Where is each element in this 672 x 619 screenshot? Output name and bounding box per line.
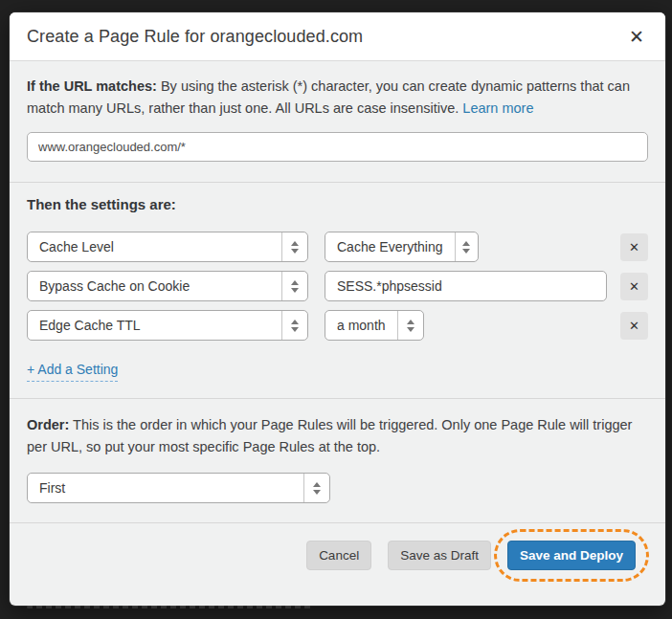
setting-row-cache-level: Cache Level Cache Everything ✕ bbox=[27, 232, 648, 262]
url-pattern-input[interactable] bbox=[27, 132, 648, 162]
stepper-icon bbox=[281, 272, 307, 300]
create-page-rule-modal: Create a Page Rule for orangeclouded.com… bbox=[10, 12, 665, 606]
stepper-icon bbox=[397, 311, 423, 340]
settings-heading: Then the settings are: bbox=[27, 196, 648, 212]
value-select-label: Cache Everything bbox=[325, 232, 455, 261]
setting-row-bypass-cache: Bypass Cache on Cookie ✕ bbox=[27, 271, 648, 301]
save-and-deploy-wrapper: Save and Deploy bbox=[507, 541, 636, 570]
order-text: This is the order in which your Page Rul… bbox=[27, 417, 632, 454]
order-select-label: First bbox=[28, 474, 303, 502]
setting-row-edge-cache-ttl: Edge Cache TTL a month ✕ bbox=[27, 310, 648, 341]
value-select-label: a month bbox=[325, 311, 397, 340]
order-description: Order: This is the order in which your P… bbox=[27, 414, 648, 457]
setting-select-label: Cache Level bbox=[28, 232, 281, 261]
stepper-icon bbox=[281, 311, 307, 340]
remove-setting-button[interactable]: ✕ bbox=[620, 273, 648, 300]
order-section: Order: This is the order in which your P… bbox=[10, 399, 665, 523]
modal-header: Create a Page Rule for orangeclouded.com… bbox=[10, 12, 665, 61]
url-match-description: If the URL matches: By using the asteris… bbox=[27, 76, 648, 119]
setting-select-label: Bypass Cache on Cookie bbox=[28, 272, 281, 300]
setting-select-bypass-cache[interactable]: Bypass Cache on Cookie bbox=[27, 271, 308, 301]
setting-select-cache-level[interactable]: Cache Level bbox=[27, 232, 308, 262]
modal-footer: Cancel Save as Draft Save and Deploy bbox=[10, 523, 665, 586]
learn-more-link[interactable]: Learn more bbox=[462, 100, 533, 116]
background-page-text-fragment bbox=[27, 606, 314, 608]
stepper-icon bbox=[281, 232, 307, 261]
value-select-cache-everything[interactable]: Cache Everything bbox=[325, 232, 479, 262]
setting-select-edge-cache-ttl[interactable]: Edge Cache TTL bbox=[27, 310, 308, 341]
close-icon[interactable]: ✕ bbox=[625, 26, 648, 48]
cancel-button[interactable]: Cancel bbox=[306, 541, 371, 570]
url-match-label: If the URL matches: bbox=[27, 78, 157, 94]
page-title: Create a Page Rule for orangeclouded.com bbox=[27, 27, 363, 47]
remove-setting-button[interactable]: ✕ bbox=[620, 312, 648, 340]
order-label: Order: bbox=[27, 417, 69, 432]
value-select-a-month[interactable]: a month bbox=[325, 310, 424, 341]
add-a-setting-link[interactable]: + Add a Setting bbox=[27, 362, 118, 382]
order-select[interactable]: First bbox=[27, 473, 330, 503]
save-as-draft-button[interactable]: Save as Draft bbox=[388, 541, 491, 570]
remove-setting-button[interactable]: ✕ bbox=[620, 233, 648, 261]
setting-select-label: Edge Cache TTL bbox=[28, 311, 281, 340]
url-match-section: If the URL matches: By using the asteris… bbox=[10, 61, 665, 183]
settings-section: Then the settings are: Cache Level Cache… bbox=[10, 183, 665, 399]
stepper-icon bbox=[303, 474, 329, 502]
cookie-pattern-input[interactable] bbox=[325, 271, 607, 301]
stepper-icon bbox=[455, 232, 478, 261]
save-and-deploy-button[interactable]: Save and Deploy bbox=[507, 541, 636, 570]
